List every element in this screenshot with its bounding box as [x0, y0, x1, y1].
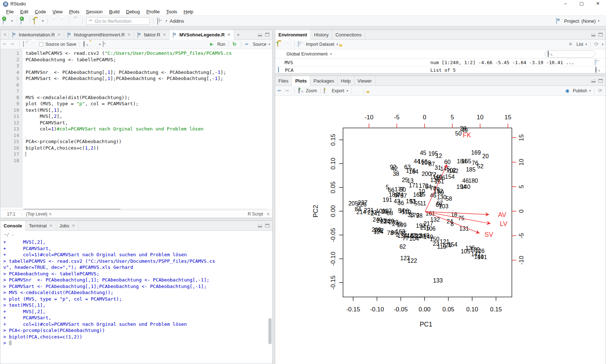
open-recent-dropdown[interactable]: ▾	[42, 19, 44, 23]
environment-object-row[interactable]: PCAList of 5	[275, 66, 606, 74]
environment-tab-environment[interactable]: Environment	[275, 30, 311, 40]
import-dataset-icon[interactable]	[298, 41, 304, 47]
menu-view[interactable]: View	[49, 9, 66, 14]
menu-profile[interactable]: Profile	[143, 9, 163, 14]
new-file-dropdown[interactable]: ▾	[11, 19, 13, 23]
source-tab-faktor-r[interactable]: faktor.R✕	[134, 30, 170, 39]
menu-session[interactable]: Session	[83, 9, 106, 14]
environment-search-input[interactable]	[545, 50, 595, 58]
maximize-pane-icon[interactable]	[598, 33, 603, 36]
zoom-plot-label[interactable]: Zoom	[306, 88, 317, 93]
close-icon[interactable]: ✕	[3, 32, 6, 37]
close-icon[interactable]: ✕	[127, 32, 131, 37]
window-maximize-button[interactable]: ▢	[574, 0, 590, 8]
file-type-selector[interactable]: R Script	[248, 212, 265, 217]
minimize-pane-icon[interactable]	[258, 33, 262, 36]
environment-tab-history[interactable]: History	[311, 30, 332, 39]
environment-scope-selector[interactable]: Global Environment	[286, 51, 328, 57]
menu-code[interactable]: Code	[31, 9, 49, 14]
close-icon[interactable]: ✕	[163, 32, 166, 37]
plots-tab-files[interactable]: Files	[275, 76, 292, 85]
rerun-icon[interactable]	[232, 41, 238, 47]
save-icon[interactable]	[51, 18, 57, 24]
source-label[interactable]: Source	[252, 42, 266, 47]
menu-help[interactable]: Help	[180, 9, 197, 14]
goto-file-function-input[interactable]: Go to file/function	[86, 17, 150, 25]
run-icon[interactable]	[209, 41, 215, 47]
environment-object-row[interactable]: MVSnum [1:240, 1:2] -4.66 -5.45 -1.64 -3…	[275, 59, 606, 66]
close-icon[interactable]: ✕	[49, 223, 52, 228]
source-run-icon[interactable]: ➡	[245, 41, 250, 47]
plots-tab-help[interactable]: Help	[338, 76, 354, 85]
plots-tab-plots[interactable]: Plots	[292, 76, 310, 86]
back-icon[interactable]: ⬅	[3, 41, 8, 47]
save-all-icon[interactable]	[60, 18, 65, 24]
scope-selector[interactable]: (Top Level)	[22, 212, 47, 217]
refresh-environment-icon[interactable]	[594, 41, 600, 47]
open-file-icon[interactable]	[34, 18, 40, 24]
plots-tab-viewer[interactable]: Viewer	[354, 76, 376, 85]
publish-icon[interactable]	[565, 88, 571, 94]
refresh-plot-icon[interactable]	[598, 88, 603, 94]
next-plot-icon[interactable]: ➡	[285, 88, 291, 94]
menu-file[interactable]: File	[3, 9, 17, 14]
minimize-pane-icon[interactable]	[591, 33, 596, 36]
print-icon[interactable]	[73, 18, 79, 24]
console-output[interactable]: + MVS[,2],+ PCAMVSart,+ col=1)#col=PCAMV…	[0, 238, 272, 346]
maximize-pane-icon[interactable]	[598, 79, 603, 83]
close-icon[interactable]: ✕	[57, 32, 61, 37]
previous-plot-icon[interactable]: ⬅	[277, 88, 283, 94]
maximize-pane-icon[interactable]	[265, 224, 269, 227]
minimize-pane-icon[interactable]	[591, 79, 596, 83]
compile-report-icon[interactable]	[103, 41, 109, 47]
console-scrollbar[interactable]	[268, 318, 272, 344]
close-icon[interactable]: ✕	[72, 223, 75, 228]
export-plot-icon[interactable]	[324, 88, 330, 94]
menu-debug[interactable]: Debug	[123, 9, 143, 14]
console-tab-console[interactable]: Console	[0, 221, 26, 231]
menu-build[interactable]: Build	[106, 9, 123, 14]
forward-icon[interactable]: ➡	[10, 41, 16, 47]
source-on-save-checkbox[interactable]	[39, 42, 43, 46]
export-plot-label[interactable]: Export	[332, 88, 344, 93]
code-editor[interactable]: 123456789101112131415161718 tabellePCAMV…	[0, 49, 272, 208]
menu-edit[interactable]: Edit	[17, 9, 31, 14]
zoom-plot-icon[interactable]	[298, 88, 304, 94]
source-tab-mvsohnelegende-r[interactable]: MVSohneLegende.R✕	[170, 30, 234, 40]
list-view-label[interactable]: List	[576, 42, 583, 47]
source-dropdown[interactable]: ▾	[268, 43, 270, 46]
find-replace-icon[interactable]	[83, 41, 89, 47]
console-tab-terminal[interactable]: Terminal✕	[26, 221, 56, 230]
tab-overflow-chevron[interactable]: »	[234, 30, 242, 39]
source-tab-interkorrelation-r[interactable]: Interkorrelation.R✕	[9, 30, 64, 39]
maximize-pane-icon[interactable]	[265, 33, 269, 36]
run-label[interactable]: Run	[217, 42, 225, 47]
magnifier-icon[interactable]	[595, 67, 601, 73]
close-icon[interactable]: ✕	[227, 32, 230, 37]
addins-dropdown[interactable]: ▾	[166, 19, 167, 23]
remove-plot-icon[interactable]	[355, 88, 361, 94]
load-workspace-icon[interactable]	[277, 41, 283, 47]
save-file-icon[interactable]	[31, 41, 37, 47]
minimize-pane-icon[interactable]	[258, 224, 262, 227]
save-workspace-icon[interactable]	[285, 41, 291, 47]
code-tools-icon[interactable]	[91, 41, 97, 47]
menu-tools[interactable]: Tools	[163, 9, 180, 14]
new-project-icon[interactable]	[21, 18, 26, 24]
new-file-icon[interactable]	[3, 18, 9, 24]
console-tab-jobs[interactable]: Jobs✕	[56, 221, 79, 230]
plots-tab-packages[interactable]: Packages	[310, 76, 338, 85]
source-tab-histogrammitnormvert-r[interactable]: histogrammitNormvert.R✕	[64, 30, 134, 39]
source-tab-partial[interactable]: ✕	[0, 30, 9, 39]
clear-plots-broom-icon[interactable]	[368, 88, 373, 94]
import-dataset-label[interactable]: Import Dataset	[306, 42, 334, 47]
menu-plots[interactable]: Plots	[66, 9, 83, 14]
goto-directory-icon[interactable]: ↗	[11, 232, 14, 237]
table-icon[interactable]	[595, 59, 601, 65]
popout-icon[interactable]	[23, 41, 29, 47]
addins-label[interactable]: Addins	[170, 18, 184, 24]
clear-workspace-broom-icon[interactable]	[340, 41, 346, 47]
project-selector[interactable]: Project: (None) ▾	[556, 18, 603, 24]
environment-tab-connections[interactable]: Connections	[332, 30, 365, 39]
list-view-icon[interactable]	[568, 41, 574, 47]
